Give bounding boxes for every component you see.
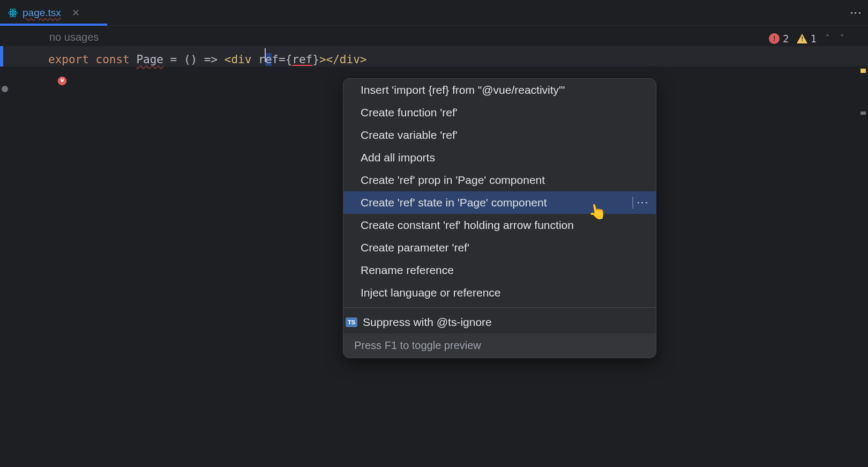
- quick-fix-item-selected[interactable]: Create 'ref' state in 'Page' component ⋮: [343, 191, 656, 214]
- caret: [265, 48, 266, 62]
- typescript-icon: TS: [346, 317, 357, 327]
- error-badge[interactable]: ! 2: [769, 33, 789, 45]
- token-identifier: Page: [136, 53, 163, 66]
- popup-separator: [343, 307, 656, 308]
- token-tag: div: [231, 53, 251, 66]
- quick-fix-item[interactable]: Insert 'import {ref} from "@vue/reactivi…: [343, 79, 656, 101]
- breakpoint-dot[interactable]: [2, 86, 8, 92]
- react-file-icon: [8, 8, 18, 18]
- quick-fix-item[interactable]: Rename reference: [343, 259, 656, 281]
- quick-fix-item[interactable]: Create parameter 'ref': [343, 236, 656, 259]
- tab-overflow-menu-icon[interactable]: ⋮: [849, 6, 863, 19]
- problems-widget[interactable]: ! 2 1 ˄ ˅: [769, 32, 845, 45]
- prev-problem-icon[interactable]: ˄: [824, 32, 831, 45]
- tab-close-icon[interactable]: ✕: [69, 6, 83, 20]
- quick-fix-item[interactable]: Create 'ref' prop in 'Page' component: [343, 169, 656, 191]
- token-parens: (): [184, 53, 197, 66]
- code-line-1: export const Page = () => <div ref={ref}…: [48, 49, 366, 66]
- error-icon: !: [769, 33, 780, 44]
- popup-footer-hint: Press F1 to toggle preview: [343, 333, 656, 358]
- svg-point-0: [12, 12, 13, 13]
- quick-fix-item[interactable]: Create variable 'ref': [343, 124, 656, 146]
- tab-bar: page.tsx ✕ ⋮: [0, 0, 868, 26]
- warning-badge[interactable]: 1: [797, 33, 817, 45]
- tab-filename: page.tsx: [23, 7, 61, 19]
- token-ref-error: ref: [292, 53, 312, 66]
- gutter: [0, 26, 48, 467]
- next-problem-icon[interactable]: ˅: [839, 32, 845, 45]
- scrollbar-error-marker[interactable]: [860, 69, 866, 73]
- warning-count: 1: [811, 33, 817, 45]
- error-count: 2: [783, 33, 789, 45]
- token-keyword: const: [96, 53, 130, 66]
- warning-icon: [797, 34, 807, 43]
- item-more-icon[interactable]: ⋮: [632, 197, 649, 209]
- token-keyword: export: [48, 53, 89, 66]
- current-line-marker: [0, 46, 3, 66]
- token-operator: =: [163, 53, 184, 66]
- scrollbar-marker[interactable]: [860, 112, 866, 115]
- token-open-angle: <: [225, 53, 231, 66]
- tab-page-tsx[interactable]: page.tsx ✕: [0, 0, 91, 25]
- quick-fix-suppress[interactable]: TS Suppress with @ts-ignore: [343, 311, 656, 333]
- quick-fix-item[interactable]: Create function 'ref': [343, 101, 656, 124]
- quick-fix-item[interactable]: Inject language or reference: [343, 281, 656, 304]
- token-arrow: =>: [197, 53, 225, 66]
- quick-fix-item[interactable]: Create constant 'ref' holding arrow func…: [343, 214, 656, 236]
- token-attr-selected: e: [265, 53, 272, 66]
- quick-fix-popup: Insert 'import {ref} from "@vue/reactivi…: [343, 78, 656, 358]
- quick-fix-item[interactable]: Add all imports: [343, 146, 656, 169]
